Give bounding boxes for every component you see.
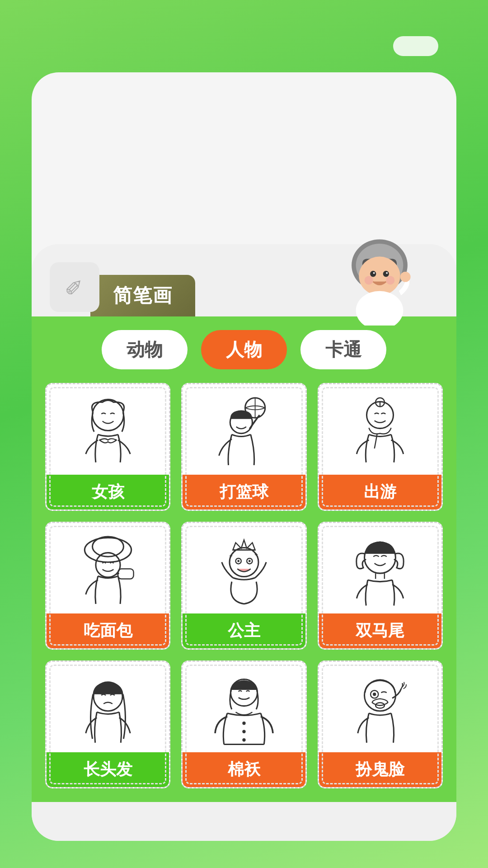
svg-point-38: [242, 730, 245, 733]
svg-point-42: [373, 693, 376, 696]
card-longhair[interactable]: 长头发: [45, 660, 170, 788]
svg-point-19: [84, 538, 131, 562]
card-jacket[interactable]: 棉袄: [181, 660, 306, 788]
card-basketball[interactable]: 打篮球: [181, 383, 306, 511]
card-princess[interactable]: ✦ ✦ 公主: [181, 522, 306, 650]
card-twintails-label: 双马尾: [319, 613, 441, 648]
category-tabs: 动物 人物 卡通: [45, 330, 443, 369]
card-twintails-image: [319, 523, 441, 613]
pencil-icon: ✏: [59, 271, 91, 303]
mascot: [339, 235, 429, 326]
card-jacket-image: [183, 662, 305, 752]
card-ghost-image: [319, 662, 441, 752]
inner-card: ✏ 简笔画: [32, 244, 456, 841]
tab-header: ✏ 简笔画: [32, 244, 456, 316]
card-girl[interactable]: 女孩: [45, 383, 170, 511]
card-basketball-label: 打篮球: [183, 475, 305, 509]
card-princess-image: ✦ ✦: [183, 523, 305, 613]
svg-point-5: [383, 271, 389, 277]
svg-point-12: [92, 400, 123, 431]
card-girl-label: 女孩: [47, 475, 169, 509]
card-travel-image: [319, 384, 441, 475]
svg-rect-22: [118, 569, 133, 579]
card-girl-image: [47, 384, 169, 475]
svg-point-27: [237, 560, 239, 562]
svg-point-6: [373, 272, 375, 274]
card-longhair-image: [47, 662, 169, 752]
svg-point-39: [242, 738, 245, 741]
svg-point-3: [359, 257, 400, 296]
main-card: ✏ 简笔画: [32, 72, 456, 841]
card-ghost-label: 扮鬼脸: [319, 752, 441, 787]
card-longhair-label: 长头发: [47, 752, 169, 787]
svg-point-11: [400, 272, 411, 282]
svg-point-20: [92, 537, 123, 557]
svg-point-4: [370, 271, 376, 277]
category-tab-animals[interactable]: 动物: [102, 330, 188, 369]
card-basketball-image: [183, 384, 305, 475]
card-travel[interactable]: 出游: [318, 383, 443, 511]
card-princess-label: 公主: [183, 613, 305, 648]
card-travel-label: 出游: [319, 475, 441, 509]
card-twintails[interactable]: 双马尾: [318, 522, 443, 650]
svg-point-28: [249, 560, 251, 562]
top-toggle[interactable]: [393, 36, 438, 56]
svg-point-8: [365, 276, 373, 284]
svg-text:✦: ✦: [229, 553, 233, 559]
card-bread-label: 吃面包: [47, 613, 169, 648]
category-tab-people[interactable]: 人物: [201, 330, 287, 369]
svg-point-37: [242, 722, 245, 725]
svg-point-9: [386, 276, 394, 284]
tab-label[interactable]: 简笔画: [90, 275, 195, 316]
svg-point-7: [386, 272, 388, 274]
category-tab-cartoon[interactable]: 卡通: [300, 330, 386, 369]
content-area: 动物 人物 卡通: [32, 316, 456, 802]
card-ghost[interactable]: 扮鬼脸: [318, 660, 443, 788]
card-bread[interactable]: 吃面包: [45, 522, 170, 650]
card-bread-image: [47, 523, 169, 613]
svg-text:✦: ✦: [254, 552, 258, 558]
card-jacket-label: 棉袄: [183, 752, 305, 787]
svg-point-10: [356, 291, 404, 326]
cards-grid: 女孩: [45, 383, 443, 788]
pencil-area[interactable]: ✏: [50, 262, 99, 312]
